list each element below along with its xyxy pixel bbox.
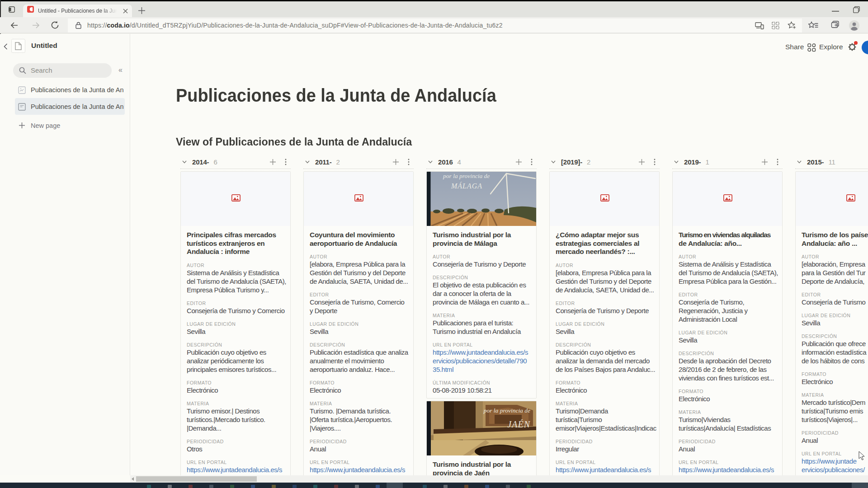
svg-text:JAÉN: JAÉN: [507, 419, 530, 429]
svg-text:MÁLAGA: MÁLAGA: [451, 182, 482, 190]
svg-text:por la provincia de: por la provincia de: [483, 407, 530, 414]
svg-text:por la provincia de: por la provincia de: [443, 173, 490, 179]
